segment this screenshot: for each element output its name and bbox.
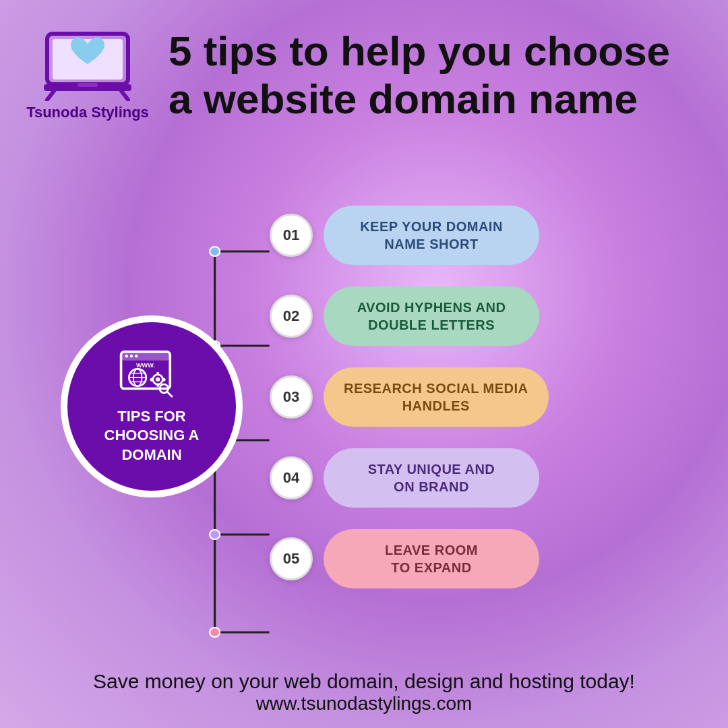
left-col: WWW. <box>27 130 256 676</box>
header: Tsunoda Stylings 5 tips to help you choo… <box>0 0 728 123</box>
svg-point-9 <box>130 355 133 358</box>
footer: Save money on your web domain, design an… <box>0 670 728 715</box>
svg-rect-3 <box>78 83 98 87</box>
center-text: TIPS FOR CHOOSING A DOMAIN <box>104 407 200 465</box>
svg-rect-20 <box>156 384 159 387</box>
title-area: 5 tips to help you choose a website doma… <box>155 20 701 123</box>
main-title: 5 tips to help you choose a website doma… <box>169 27 701 123</box>
svg-point-8 <box>125 355 128 358</box>
svg-rect-7 <box>121 352 171 361</box>
tip-number-4: 04 <box>270 456 313 499</box>
svg-point-10 <box>135 355 138 358</box>
tip-number-5: 05 <box>270 537 313 580</box>
footer-line1: Save money on your web domain, design an… <box>0 670 728 693</box>
laptop-icon <box>40 20 135 101</box>
tip-row-1: 01 KEEP YOUR DOMAINNAME SHORT <box>270 206 701 265</box>
tip-pill-3: RESEARCH SOCIAL MEDIAHANDLES <box>324 367 549 427</box>
center-circle: WWW. <box>61 315 243 497</box>
svg-text:WWW.: WWW. <box>136 361 155 368</box>
svg-point-18 <box>156 377 160 381</box>
brand-name: Tsunoda Stylings <box>26 104 149 121</box>
tip-row-3: 03 RESEARCH SOCIAL MEDIAHANDLES <box>270 367 701 427</box>
tip-pill-1: KEEP YOUR DOMAINNAME SHORT <box>324 206 539 265</box>
right-col: 01 KEEP YOUR DOMAINNAME SHORT 02 AVOID H… <box>256 130 701 676</box>
svg-line-28 <box>167 392 172 396</box>
tip-pill-4: STAY UNIQUE ANDON BRAND <box>324 448 539 508</box>
center-circle-text: TIPS FOR CHOOSING A DOMAIN <box>104 407 200 465</box>
tip-pill-2: AVOID HYPHENS ANDDOUBLE LETTERS <box>324 286 539 346</box>
domain-icon: WWW. <box>118 348 185 402</box>
svg-line-4 <box>47 91 54 100</box>
main-layout: WWW. <box>0 123 728 676</box>
tip-number-2: 02 <box>270 295 313 338</box>
tip-row-4: 04 STAY UNIQUE ANDON BRAND <box>270 448 701 508</box>
svg-line-5 <box>121 91 128 100</box>
title-line2: a website domain name <box>169 75 638 122</box>
logo-area: Tsunoda Stylings <box>20 20 155 121</box>
tip-row-5: 05 LEAVE ROOMTO EXPAND <box>270 529 701 588</box>
tip-number-3: 03 <box>270 375 313 419</box>
title-line1: 5 tips to help you choose <box>169 28 670 74</box>
tip-pill-5: LEAVE ROOMTO EXPAND <box>324 529 539 588</box>
svg-rect-19 <box>156 372 159 375</box>
tip-number-1: 01 <box>270 214 313 257</box>
footer-line2: www.tsunodastylings.com <box>0 693 728 715</box>
tip-row-2: 02 AVOID HYPHENS ANDDOUBLE LETTERS <box>270 286 701 346</box>
